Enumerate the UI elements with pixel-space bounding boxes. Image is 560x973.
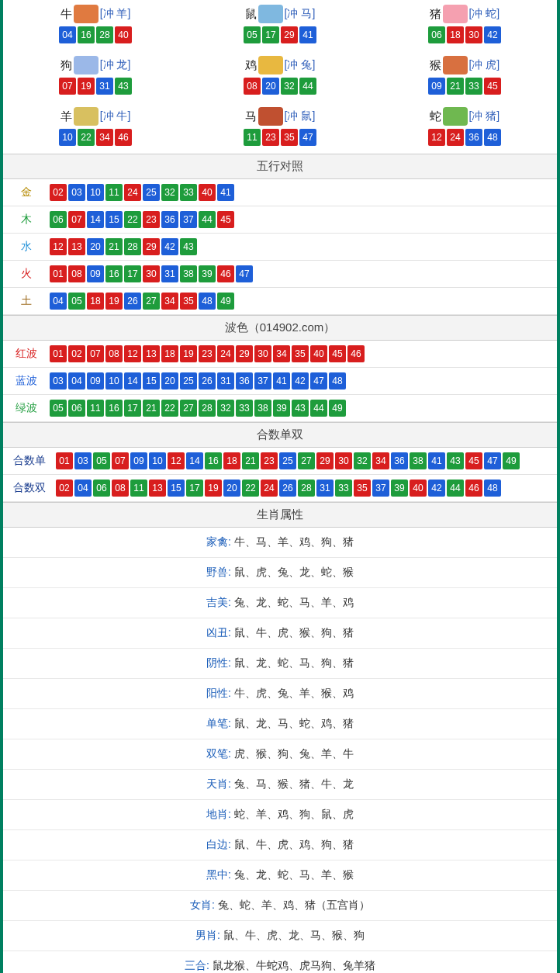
number-ball: 19 (78, 78, 95, 95)
number-ball: 32 (281, 78, 298, 95)
attr-key: 阳性: (206, 687, 231, 699)
number-ball: 02 (50, 184, 67, 201)
number-ball: 16 (105, 265, 123, 282)
number-ball: 44 (310, 400, 327, 417)
attr-value: 牛、马、羊、鸡、狗、猪 (231, 535, 354, 548)
attr-value: 鼠龙猴、牛蛇鸡、虎马狗、兔羊猪 (209, 959, 375, 971)
attr-row: 凶丑: 鼠、牛、虎、猴、狗、猪 (3, 618, 557, 649)
data-row: 水1213202128294243 (3, 234, 557, 261)
zodiac-cell: 羊[冲 牛]10223446 (3, 102, 188, 154)
attr-key: 天肖: (206, 777, 231, 790)
attr-key: 野兽: (206, 566, 231, 578)
number-ball: 38 (180, 265, 197, 282)
number-ball: 24 (447, 129, 464, 146)
attr-row: 天肖: 兔、马、猴、猪、牛、龙 (3, 770, 557, 800)
zodiac-header: 猴[冲 虎] (372, 56, 557, 74)
number-ball: 49 (503, 452, 520, 469)
row-label: 合数单 (9, 454, 50, 468)
zodiac-cell: 猴[冲 虎]09213345 (372, 51, 557, 102)
data-row: 火0108091617303138394647 (3, 261, 557, 288)
zodiac-balls: 06183042 (372, 26, 557, 43)
number-ball: 12 (50, 238, 67, 255)
number-ball: 30 (254, 345, 271, 362)
main-panel: 牛[冲 羊]04162840鼠[冲 马]05172941猪[冲 蛇]061830… (0, 0, 560, 973)
row-label: 合数双 (9, 481, 50, 495)
row-label: 火 (9, 267, 43, 281)
number-ball: 02 (68, 345, 85, 362)
number-ball: 34 (372, 452, 389, 469)
number-ball: 10 (149, 452, 166, 469)
zodiac-name: 羊 (60, 109, 72, 124)
zodiac-icon (258, 107, 283, 126)
number-ball: 08 (244, 78, 261, 95)
number-ball: 14 (87, 211, 104, 228)
number-ball: 36 (236, 372, 253, 390)
number-ball: 27 (180, 400, 197, 417)
ball-strip: 0103050709101214161821232527293032343638… (56, 452, 520, 469)
section-heshu-title: 合数单双 (3, 422, 557, 448)
number-ball: 01 (56, 452, 73, 469)
attr-value: 兔、龙、蛇、马、羊、鸡 (231, 596, 354, 608)
number-ball: 42 (484, 26, 501, 43)
zodiac-conflict: [冲 龙] (100, 58, 131, 72)
number-ball: 05 (68, 293, 85, 310)
attr-key: 三合: (185, 959, 209, 971)
section-wuxing-title: 五行对照 (3, 154, 557, 179)
attr-value: 鼠、龙、马、蛇、鸡、猪 (231, 717, 354, 729)
zodiac-balls: 08203244 (188, 78, 372, 95)
number-ball: 24 (124, 184, 141, 201)
number-ball: 04 (68, 372, 85, 390)
zodiac-icon (74, 56, 99, 74)
number-ball: 16 (105, 400, 123, 417)
ball-strip: 0102070812131819232429303435404546 (50, 345, 365, 362)
number-ball: 06 (68, 400, 85, 417)
number-ball: 45 (217, 211, 234, 228)
zodiac-header: 蛇[冲 猪] (372, 107, 557, 126)
zodiac-conflict: [冲 虎] (469, 58, 500, 72)
number-ball: 23 (143, 211, 160, 228)
number-ball: 19 (105, 293, 123, 310)
number-ball: 27 (143, 293, 160, 310)
number-ball: 08 (68, 265, 85, 282)
number-ball: 03 (50, 372, 67, 390)
row-label: 红波 (9, 347, 43, 361)
number-ball: 19 (205, 480, 222, 497)
number-ball: 31 (316, 480, 334, 497)
number-ball: 40 (310, 345, 327, 362)
zodiac-header: 羊[冲 牛] (3, 107, 188, 126)
attr-value: 鼠、虎、兔、龙、蛇、猴 (231, 566, 354, 578)
zodiac-header: 鸡[冲 兔] (188, 56, 372, 74)
number-ball: 43 (180, 238, 197, 255)
number-ball: 29 (143, 238, 160, 255)
ball-strip: 05061116172122272832333839434449 (50, 400, 346, 417)
zodiac-cell: 牛[冲 羊]04162840 (3, 0, 188, 51)
zodiac-conflict: [冲 蛇] (469, 7, 500, 21)
zodiac-balls: 09213345 (372, 78, 557, 95)
number-ball: 11 (105, 184, 123, 201)
number-ball: 06 (93, 480, 110, 497)
number-ball: 46 (217, 265, 234, 282)
zodiac-header: 马[冲 鼠] (188, 107, 372, 126)
number-ball: 38 (410, 452, 427, 469)
number-ball: 17 (262, 26, 279, 43)
number-ball: 45 (465, 452, 482, 469)
number-ball: 32 (161, 184, 178, 201)
data-row: 蓝波03040910141520252631363741424748 (3, 368, 557, 395)
section-shuxing-title: 生肖属性 (3, 502, 557, 528)
zodiac-cell: 猪[冲 蛇]06183042 (372, 0, 557, 51)
number-ball: 18 (223, 452, 240, 469)
zodiac-header: 鼠[冲 马] (188, 5, 372, 23)
number-ball: 13 (143, 345, 160, 362)
number-ball: 20 (87, 238, 104, 255)
number-ball: 26 (124, 293, 141, 310)
zodiac-cell: 蛇[冲 猪]12243648 (372, 102, 557, 154)
number-ball: 35 (281, 129, 298, 146)
attr-key: 双笔: (206, 747, 231, 760)
attr-key: 吉美: (206, 596, 231, 608)
zodiac-grid: 牛[冲 羊]04162840鼠[冲 马]05172941猪[冲 蛇]061830… (3, 0, 557, 154)
data-row: 合数双0204060811131517192022242628313335373… (3, 475, 557, 502)
zodiac-icon (258, 5, 283, 23)
attr-value: 鼠、牛、虎、鸡、狗、猪 (231, 838, 354, 850)
number-ball: 41 (273, 372, 290, 390)
zodiac-balls: 07193143 (3, 78, 188, 95)
